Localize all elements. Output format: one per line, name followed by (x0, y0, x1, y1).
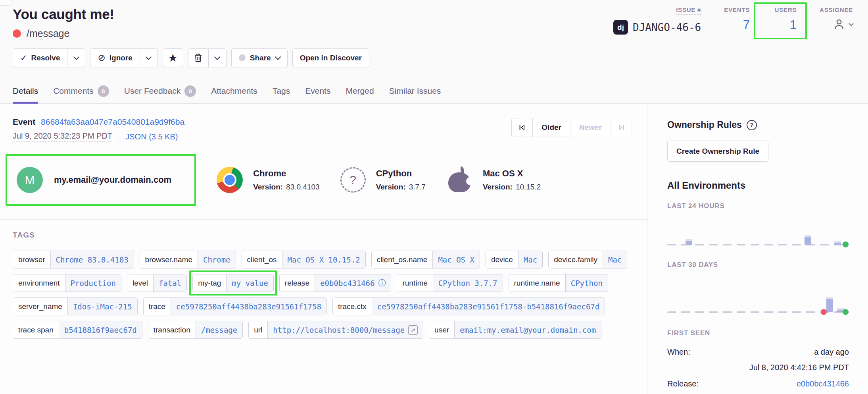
release-link[interactable]: e0b0bc431466 (797, 379, 849, 388)
tab-comments[interactable]: Comments0 (53, 79, 109, 103)
tag-value-link[interactable]: Mac (518, 251, 542, 268)
tag-client-os: client_osMac OS X 10.15.2 (242, 251, 366, 268)
oldest-event-button[interactable] (511, 118, 533, 137)
tab-events[interactable]: Events (305, 79, 330, 103)
chart-bar[interactable] (826, 297, 833, 312)
release-marker-green[interactable] (843, 309, 849, 315)
open-in-discover-button[interactable]: Open in Discover (292, 48, 369, 67)
tab-count-badge: 0 (184, 85, 196, 97)
create-ownership-rule-button[interactable]: Create Ownership Rule (667, 141, 768, 162)
tag-value-link[interactable]: CPython 3.7.7 (433, 274, 503, 292)
tag-value-text: Production (71, 279, 116, 288)
unknown-runtime-icon: ? (340, 167, 366, 193)
tab-details[interactable]: Details (13, 79, 38, 103)
chart-bar[interactable] (805, 235, 811, 245)
issue-number-column: ISSUE # dj DJANGO-46-6 (613, 6, 701, 35)
tag-value-link[interactable]: Production (65, 274, 121, 292)
tag-value-link[interactable]: http://localhost:8000/message↗ (267, 321, 423, 338)
tag-value-link[interactable]: ce5978250aff4438ba283e91561f1758-b541881… (372, 298, 605, 315)
events-count[interactable]: 7 (743, 18, 750, 32)
ignore-button[interactable]: ⊘ Ignore (90, 48, 140, 67)
assignee-selector[interactable] (832, 17, 853, 31)
newer-event-button[interactable]: Newer (570, 118, 611, 137)
share-button[interactable]: Share (231, 48, 288, 67)
tab-similar-issues[interactable]: Similar Issues (389, 79, 441, 103)
share-label: Share (250, 54, 271, 62)
apple-icon (448, 168, 470, 192)
card-title: CPython (376, 168, 426, 179)
release-marker-green[interactable] (843, 241, 849, 247)
tab-user-feedback[interactable]: User Feedback0 (124, 79, 196, 103)
tag-key: browser.name (140, 251, 198, 268)
header-stats: ISSUE # dj DJANGO-46-6 EVENTS 7 USERS 1 … (613, 6, 853, 35)
tag-value-link[interactable]: email:my.email@your.domain.com (454, 321, 601, 338)
tag-value-link[interactable]: Mac (603, 251, 627, 268)
user-email: my.email@your.domain.com (54, 175, 171, 185)
person-icon (832, 17, 846, 31)
tag-key: client_os (242, 251, 282, 268)
skip-to-newest-button[interactable] (611, 118, 632, 137)
tag-value-link[interactable]: /message (196, 321, 243, 338)
tag-value-text: fatal (159, 279, 181, 288)
tag-value-link[interactable]: CPython (565, 274, 608, 292)
error-level-dot (13, 29, 21, 38)
users-stat-column: USERS 1 (773, 6, 797, 32)
events-stat-column: EVENTS 7 (724, 6, 750, 32)
chevron-down-icon (275, 54, 281, 60)
version-label: Version: (376, 183, 406, 191)
tag-server-name: server_nameIdos-iMac-215 (13, 297, 138, 315)
tag-value-link[interactable]: b5418816f9aec67d (59, 321, 142, 338)
release-label: Release: (667, 379, 699, 388)
resolve-button[interactable]: ✓ Resolve (13, 48, 67, 67)
version-value: 3.7.7 (409, 183, 426, 191)
json-download-link[interactable]: JSON (3.5 KB) (125, 132, 178, 141)
chart-bar[interactable] (686, 239, 692, 245)
delete-button[interactable] (188, 48, 209, 67)
tag-value-link[interactable]: Chrome (198, 251, 236, 268)
event-id-link[interactable]: 86684fa63aa047e7a0540801a9d9f6ba (41, 117, 184, 126)
context-card-os: Mac OS XVersion:10.15.2 (446, 168, 541, 192)
tab-merged[interactable]: Merged (346, 79, 374, 103)
older-event-button[interactable]: Older (532, 118, 570, 137)
django-project-icon: dj (613, 20, 628, 35)
release-marker-red[interactable] (821, 309, 827, 315)
tag-value-link[interactable]: my value (226, 274, 273, 292)
chart-bar[interactable] (834, 241, 841, 245)
tab-attachments[interactable]: Attachments (211, 79, 257, 103)
help-icon[interactable]: ? (747, 120, 757, 130)
tab-count-badge: 0 (98, 85, 109, 97)
when-relative: a day ago (814, 348, 849, 358)
tag-value-link[interactable]: Mac OS X (432, 251, 480, 268)
separator (119, 132, 119, 142)
resolve-dropdown-button[interactable] (67, 48, 85, 67)
ownership-rules-title: Ownership Rules (667, 120, 742, 130)
tab-tags[interactable]: Tags (273, 79, 290, 103)
tag-value-link[interactable]: Mac OS X 10.15.2 (282, 251, 365, 268)
info-icon[interactable]: ⓘ (378, 278, 386, 288)
card-version: Version:10.15.2 (483, 183, 541, 191)
tag-user: useremail:my.email@your.domain.com (429, 321, 601, 339)
chevron-down-icon (73, 54, 80, 60)
when-label: When: (667, 348, 690, 357)
first-seen-date: Jul 8, 2020 4:42:16 PM PDT (667, 363, 849, 372)
delete-dropdown-button[interactable] (208, 48, 227, 67)
ignore-icon: ⊘ (98, 53, 105, 62)
tag-key: trace.span (13, 321, 59, 338)
context-card-browser: ChromeVersion:83.0.4103 (217, 167, 320, 193)
tag-browser-name: browser.nameChrome (140, 251, 236, 268)
ignore-dropdown-button[interactable] (140, 48, 158, 67)
users-count[interactable]: 1 (790, 18, 797, 32)
tag-value-link[interactable]: Chrome 83.0.4103 (50, 251, 134, 268)
bookmark-button[interactable]: ★ (163, 48, 183, 67)
event-details-panel: Event 86684fa63aa047e7a0540801a9d9f6ba J… (0, 104, 647, 394)
tag-runtime-name: runtime.nameCPython (509, 274, 608, 292)
tag-value-link[interactable]: ce5978250aff4438ba283e91561f1758 (171, 298, 326, 315)
tag-value-link[interactable]: Idos-iMac-215 (67, 298, 137, 315)
tag-value-link[interactable]: fatal (153, 274, 186, 292)
event-meta: Event 86684fa63aa047e7a0540801a9d9f6ba J… (13, 117, 184, 142)
tag-value-link[interactable]: e0b0bc431466ⓘ (315, 274, 391, 292)
tag-value-text: e0b0bc431466 (320, 279, 374, 288)
tag-key: release (280, 274, 315, 292)
first-seen-label: FIRST SEEN (667, 329, 849, 337)
external-link-icon[interactable]: ↗ (408, 325, 418, 335)
